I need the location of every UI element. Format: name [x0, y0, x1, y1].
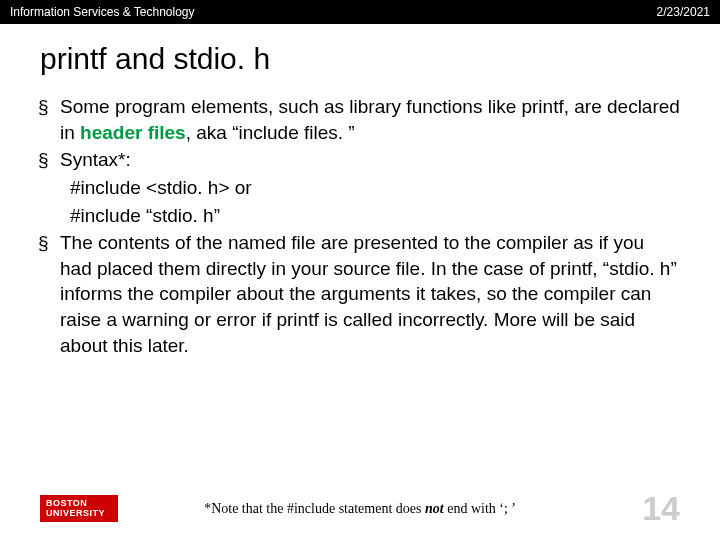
footnote-post: end with ‘; ’ — [444, 501, 516, 516]
bullet-2-line1: #include <stdio. h> or — [60, 175, 680, 201]
bullet-1-emph: header files — [80, 122, 186, 143]
bullet-2-line2: #include “stdio. h” — [60, 203, 680, 229]
footnote-emph: not — [425, 501, 444, 516]
slide-content: Some program elements, such as library f… — [0, 94, 720, 358]
slide-title: printf and stdio. h — [40, 42, 720, 76]
bullet-3: The contents of the named file are prese… — [60, 230, 680, 358]
bullet-1-post: , aka “include files. ” — [186, 122, 355, 143]
footnote-pre: *Note that the #include statement does — [204, 501, 425, 516]
bullet-2: Syntax*: — [60, 147, 680, 173]
header-left: Information Services & Technology — [10, 5, 195, 19]
header-date: 2/23/2021 — [657, 5, 710, 19]
page-number: 14 — [642, 489, 680, 528]
footnote: *Note that the #include statement does n… — [78, 501, 642, 517]
bullet-1: Some program elements, such as library f… — [60, 94, 680, 145]
slide-header: Information Services & Technology 2/23/2… — [0, 0, 720, 24]
slide-footer: BOSTON UNIVERSITY *Note that the #includ… — [0, 489, 720, 528]
